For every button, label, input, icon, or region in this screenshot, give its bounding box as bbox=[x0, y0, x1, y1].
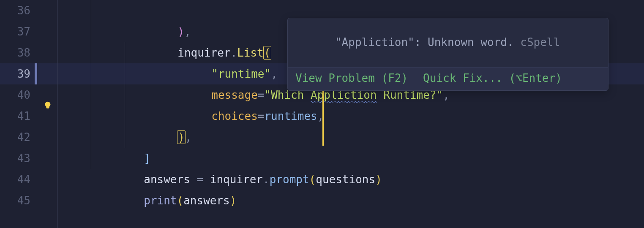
diagnostic-actions: View Problem (F2) Quick Fix... (⌥Enter) bbox=[288, 67, 608, 90]
diagnostic-source: cSpell bbox=[514, 36, 560, 49]
diagnostic-text: "Appliction": bbox=[335, 36, 428, 49]
code-line[interactable]: 44 print(answers) bbox=[0, 169, 644, 190]
quick-fix-link[interactable]: Quick Fix... (⌥Enter) bbox=[423, 72, 562, 84]
diagnostic-hover[interactable]: "Appliction": Unknown word. cSpell View … bbox=[287, 18, 609, 91]
code-line[interactable]: 42 ] bbox=[0, 127, 644, 148]
diagnostic-text: Unknown word. bbox=[428, 36, 514, 49]
glyph-margin bbox=[38, 190, 57, 211]
code-editor[interactable]: 36 ), 37 inquirer.List( 38 bbox=[0, 0, 644, 228]
view-problem-link[interactable]: View Problem (F2) bbox=[295, 72, 408, 84]
line-number: 45 bbox=[0, 190, 38, 211]
diagnostic-message: "Appliction": Unknown word. cSpell bbox=[288, 18, 608, 67]
code-line[interactable]: 43 answers = inquirer.prompt(questions) bbox=[0, 148, 644, 169]
code-line[interactable]: 41 ), bbox=[0, 106, 644, 127]
code-line[interactable]: 45 bbox=[0, 190, 644, 211]
